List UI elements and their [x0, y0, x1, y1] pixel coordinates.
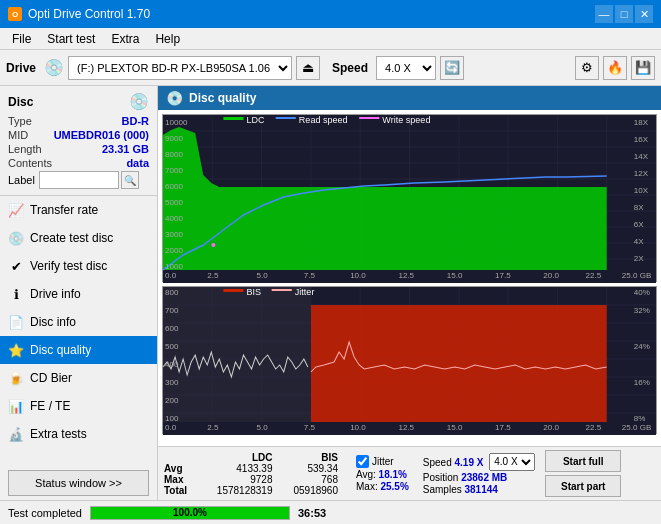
ldc-header: LDC [200, 452, 278, 463]
svg-text:20.0: 20.0 [543, 423, 559, 432]
svg-rect-49 [223, 117, 243, 120]
maximize-button[interactable]: □ [615, 5, 633, 23]
bis-chart-svg: 800 700 600 500 400 300 200 100 40% 32% … [163, 287, 656, 435]
svg-text:12.5: 12.5 [398, 423, 414, 432]
svg-text:0.0: 0.0 [165, 423, 177, 432]
bis-max: 768 [278, 474, 344, 485]
sidebar-item-extra-tests[interactable]: 🔬 Extra tests [0, 420, 157, 448]
bis-header: BIS [278, 452, 344, 463]
verify-test-disc-icon: ✔ [8, 258, 24, 274]
start-full-button[interactable]: Start full [545, 450, 621, 472]
label-browse-button[interactable]: 🔍 [121, 171, 139, 189]
ldc-chart-svg: 10000 9000 8000 7000 6000 5000 4000 3000… [163, 115, 656, 283]
sidebar-item-create-test-disc[interactable]: 💿 Create test disc [0, 224, 157, 252]
refresh-button[interactable]: 🔄 [440, 56, 464, 80]
sidebar-item-transfer-rate-label: Transfer rate [30, 203, 98, 217]
disc-icon: 💿 [129, 92, 149, 111]
svg-text:Read speed: Read speed [299, 115, 348, 125]
burn-button[interactable]: 🔥 [603, 56, 627, 80]
position-value: 23862 MB [461, 472, 507, 483]
svg-text:40%: 40% [634, 288, 650, 297]
svg-text:100: 100 [165, 414, 179, 423]
stats-section: LDC BIS Avg 4133.39 539.34 Max 9728 [158, 446, 661, 500]
svg-text:4X: 4X [634, 237, 644, 246]
label-input[interactable] [39, 171, 119, 189]
bis-chart: 800 700 600 500 400 300 200 100 40% 32% … [162, 286, 657, 434]
type-value: BD-R [122, 115, 150, 127]
svg-text:32%: 32% [634, 306, 650, 315]
sidebar-item-disc-quality-label: Disc quality [30, 343, 91, 357]
sidebar-item-disc-info[interactable]: 📄 Disc info [0, 308, 157, 336]
sidebar-item-transfer-rate[interactable]: 📈 Transfer rate [0, 196, 157, 224]
svg-rect-74 [163, 287, 311, 422]
svg-text:14X: 14X [634, 152, 649, 161]
jitter-checkbox[interactable] [356, 455, 369, 468]
speed-stat-label: Speed [423, 456, 452, 467]
svg-text:7.5: 7.5 [304, 271, 316, 280]
sidebar-item-verify-test-disc[interactable]: ✔ Verify test disc [0, 252, 157, 280]
status-time: 36:53 [298, 507, 326, 519]
svg-text:500: 500 [165, 342, 179, 351]
svg-text:22.5: 22.5 [586, 423, 602, 432]
close-button[interactable]: ✕ [635, 5, 653, 23]
total-label: Total [164, 485, 200, 496]
sidebar-item-disc-info-label: Disc info [30, 315, 76, 329]
menu-bar: File Start test Extra Help [0, 28, 661, 50]
toolbar: Drive 💿 (F:) PLEXTOR BD-R PX-LB950SA 1.0… [0, 50, 661, 86]
svg-text:5.0: 5.0 [257, 423, 269, 432]
length-label: Length [8, 143, 42, 155]
svg-text:25.0 GB: 25.0 GB [622, 271, 652, 280]
menu-file[interactable]: File [4, 30, 39, 48]
progress-bar: 100.0% [90, 506, 290, 520]
svg-text:22.5: 22.5 [586, 271, 602, 280]
svg-text:2.5: 2.5 [207, 423, 219, 432]
disc-quality-header-icon: 💿 [166, 90, 183, 106]
title-bar: O Opti Drive Control 1.70 — □ ✕ [0, 0, 661, 28]
speed-dropdown[interactable]: 4.0 X [376, 56, 436, 80]
svg-rect-53 [359, 117, 379, 119]
minimize-button[interactable]: — [595, 5, 613, 23]
settings-button[interactable]: ⚙ [575, 56, 599, 80]
drive-dropdown[interactable]: (F:) PLEXTOR BD-R PX-LB950SA 1.06 [68, 56, 292, 80]
svg-point-55 [211, 243, 215, 247]
menu-extra[interactable]: Extra [103, 30, 147, 48]
content-panel: 💿 Disc quality [158, 86, 661, 500]
svg-text:8%: 8% [634, 414, 646, 423]
save-button[interactable]: 💾 [631, 56, 655, 80]
status-window-button[interactable]: Status window >> [8, 470, 149, 496]
bis-avg: 539.34 [278, 463, 344, 474]
svg-text:6X: 6X [634, 220, 644, 229]
svg-text:5.0: 5.0 [257, 271, 269, 280]
svg-text:20.0: 20.0 [543, 271, 559, 280]
svg-text:8000: 8000 [165, 150, 183, 159]
sidebar-item-fe-te[interactable]: 📊 FE / TE [0, 392, 157, 420]
svg-text:16X: 16X [634, 135, 649, 144]
svg-text:300: 300 [165, 378, 179, 387]
menu-help[interactable]: Help [147, 30, 188, 48]
speed-stats: Speed 4.19 X 4.0 X Position 23862 MB Sam… [423, 453, 535, 495]
eject-button[interactable]: ⏏ [296, 56, 320, 80]
drive-selector: 💿 (F:) PLEXTOR BD-R PX-LB950SA 1.06 ⏏ [44, 56, 320, 80]
ldc-avg: 4133.39 [200, 463, 278, 474]
svg-text:0.0: 0.0 [165, 271, 177, 280]
mid-label: MID [8, 129, 28, 141]
sidebar-item-drive-info[interactable]: ℹ Drive info [0, 280, 157, 308]
sidebar-item-cd-bier[interactable]: 🍺 CD Bier [0, 364, 157, 392]
svg-text:17.5: 17.5 [495, 423, 511, 432]
disc-info-panel: Disc 💿 Type BD-R MID UMEBDR016 (000) Len… [0, 86, 157, 196]
jitter-label: Jitter [372, 456, 394, 467]
sidebar-item-fe-te-label: FE / TE [30, 399, 70, 413]
svg-rect-51 [276, 117, 296, 119]
speed-select[interactable]: 4.0 X [489, 453, 535, 471]
svg-text:2.5: 2.5 [207, 271, 219, 280]
svg-text:LDC: LDC [247, 115, 266, 125]
start-part-button[interactable]: Start part [545, 475, 621, 497]
svg-text:10X: 10X [634, 186, 649, 195]
svg-text:12X: 12X [634, 169, 649, 178]
svg-text:800: 800 [165, 288, 179, 297]
extra-tests-icon: 🔬 [8, 426, 24, 442]
menu-start-test[interactable]: Start test [39, 30, 103, 48]
sidebar-item-disc-quality[interactable]: ⭐ Disc quality [0, 336, 157, 364]
svg-text:25.0 GB: 25.0 GB [622, 423, 652, 432]
app-icon: O [8, 7, 22, 21]
